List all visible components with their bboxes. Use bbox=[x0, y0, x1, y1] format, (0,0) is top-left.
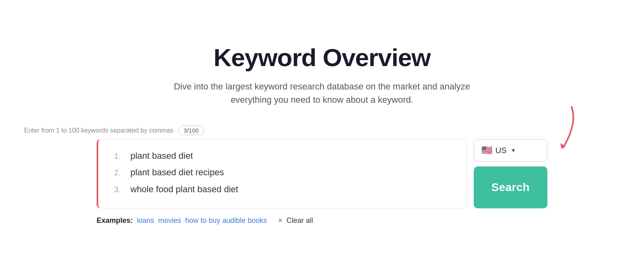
example-link-loans[interactable]: loans bbox=[137, 216, 154, 225]
keyword-item: plant based diet bbox=[109, 148, 456, 163]
keyword-item: whole food plant based diet bbox=[109, 182, 456, 197]
keyword-count-badge: 3/100 bbox=[178, 126, 204, 135]
example-link-audible[interactable]: how to buy audible books bbox=[185, 216, 267, 225]
clear-x-button[interactable]: × bbox=[278, 216, 283, 225]
search-button[interactable]: Search bbox=[474, 166, 547, 208]
search-row: plant based dietplant based diet recipes… bbox=[97, 139, 547, 208]
page-wrapper: Keyword Overview Dive into the largest k… bbox=[0, 27, 644, 241]
example-link-movies[interactable]: movies bbox=[158, 216, 181, 225]
country-flag: 🇺🇸 bbox=[481, 145, 492, 156]
page-title: Keyword Overview bbox=[214, 43, 431, 72]
keyword-item: plant based diet recipes bbox=[109, 165, 456, 180]
country-label: US bbox=[495, 146, 507, 155]
arrow-annotation bbox=[535, 103, 580, 155]
right-controls: 🇺🇸 US ▼ Search bbox=[474, 139, 547, 208]
page-subtitle: Dive into the largest keyword research d… bbox=[173, 80, 471, 106]
clear-all-button[interactable]: Clear all bbox=[287, 216, 313, 225]
examples-row: Examples: loans movies how to buy audibl… bbox=[97, 216, 547, 225]
textarea-wrapper[interactable]: plant based dietplant based diet recipes… bbox=[97, 139, 467, 208]
keyword-count-label: Enter from 1 to 100 keywords separated b… bbox=[24, 126, 475, 135]
keywords-list[interactable]: plant based dietplant based diet recipes… bbox=[98, 139, 467, 208]
chevron-down-icon: ▼ bbox=[511, 147, 516, 154]
examples-label: Examples: bbox=[97, 216, 133, 225]
